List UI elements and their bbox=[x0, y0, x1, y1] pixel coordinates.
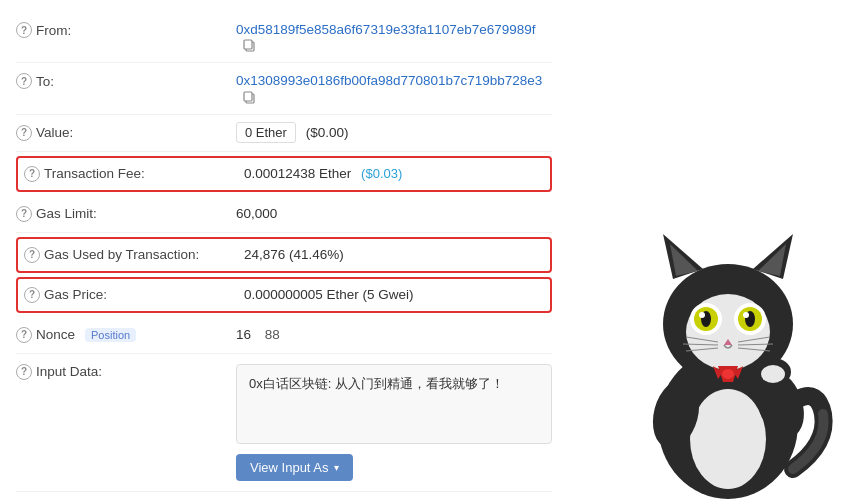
input-data-box: 0x白话区块链: 从入门到精通，看我就够了！ bbox=[236, 364, 552, 444]
svg-rect-1 bbox=[244, 40, 252, 49]
value-usd: ($0.00) bbox=[306, 125, 349, 140]
fee-usd: ($0.03) bbox=[361, 166, 402, 181]
transaction-fee-row: ? Transaction Fee: 0.00012438 Ether ($0.… bbox=[16, 156, 552, 192]
to-help-icon[interactable]: ? bbox=[16, 73, 32, 89]
value-amount: 0 Ether ($0.00) bbox=[236, 125, 552, 140]
nonce-row: ? Nonce Position 16 88 bbox=[16, 317, 552, 354]
svg-point-19 bbox=[743, 312, 749, 318]
input-data-row: ? Input Data: 0x白话区块链: 从入门到精通，看我就够了！ Vie… bbox=[16, 354, 552, 492]
nonce-label-text: Nonce bbox=[36, 327, 75, 342]
svg-point-5 bbox=[690, 389, 766, 489]
gas-used-value: 24,876 (41.46%) bbox=[244, 247, 544, 262]
to-address[interactable]: 0x1308993e0186fb00fa98d770801b7c719bb728… bbox=[236, 73, 542, 88]
fee-value: 0.00012438 Ether ($0.03) bbox=[244, 166, 544, 181]
input-data-content: 0x白话区块链: 从入门到精通，看我就够了！ View Input As ▾ bbox=[236, 364, 552, 481]
svg-point-34 bbox=[722, 369, 734, 379]
fee-label-text: Transaction Fee: bbox=[44, 166, 145, 181]
gas-used-label-text: Gas Used by Transaction: bbox=[44, 247, 199, 262]
gas-price-label-text: Gas Price: bbox=[44, 287, 107, 302]
to-row: ? To: 0x1308993e0186fb00fa98d770801b7c71… bbox=[16, 63, 552, 114]
input-data-label-text: Input Data: bbox=[36, 364, 102, 379]
from-value: 0xd58189f5e858a6f67319e33fa1107eb7e67998… bbox=[236, 22, 552, 52]
to-value: 0x1308993e0186fb00fa98d770801b7c719bb728… bbox=[236, 73, 552, 103]
left-panel: ? From: 0xd58189f5e858a6f67319e33fa1107e… bbox=[0, 0, 568, 500]
view-input-button[interactable]: View Input As ▾ bbox=[236, 454, 353, 481]
gas-used-row: ? Gas Used by Transaction: 24,876 (41.46… bbox=[16, 237, 552, 273]
nonce-label: ? Nonce Position bbox=[16, 327, 236, 343]
chevron-down-icon: ▾ bbox=[334, 462, 339, 473]
gas-used-label: ? Gas Used by Transaction: bbox=[24, 247, 244, 263]
to-label: ? To: bbox=[16, 73, 236, 89]
value-help-icon[interactable]: ? bbox=[16, 125, 32, 141]
gas-price-label: ? Gas Price: bbox=[24, 287, 244, 303]
value-label: ? Value: bbox=[16, 125, 236, 141]
nonce-number: 16 bbox=[236, 327, 251, 342]
gas-limit-value: 60,000 bbox=[236, 206, 552, 221]
value-row: ? Value: 0 Ether ($0.00) bbox=[16, 115, 552, 152]
gas-limit-label-text: Gas Limit: bbox=[36, 206, 97, 221]
nonce-value: 16 88 bbox=[236, 327, 552, 342]
right-panel bbox=[568, 0, 848, 500]
to-copy-icon[interactable] bbox=[242, 90, 256, 104]
nonce-88: 88 bbox=[265, 327, 280, 342]
nonce-help-icon[interactable]: ? bbox=[16, 327, 32, 343]
gas-limit-row: ? Gas Limit: 60,000 bbox=[16, 196, 552, 233]
cat-image bbox=[618, 204, 838, 500]
fee-ether: 0.00012438 Ether bbox=[244, 166, 351, 181]
input-data-label: ? Input Data: bbox=[16, 364, 236, 380]
view-input-label: View Input As bbox=[250, 460, 329, 475]
svg-point-29 bbox=[761, 365, 785, 383]
from-label-text: From: bbox=[36, 23, 71, 38]
fee-label: ? Transaction Fee: bbox=[24, 166, 244, 182]
to-label-text: To: bbox=[36, 74, 54, 89]
input-data-help-icon[interactable]: ? bbox=[16, 364, 32, 380]
value-label-text: Value: bbox=[36, 125, 73, 140]
gas-limit-help-icon[interactable]: ? bbox=[16, 206, 32, 222]
svg-point-18 bbox=[699, 312, 705, 318]
fee-help-icon[interactable]: ? bbox=[24, 166, 40, 182]
from-row: ? From: 0xd58189f5e858a6f67319e33fa1107e… bbox=[16, 12, 552, 63]
gas-price-help-icon[interactable]: ? bbox=[24, 287, 40, 303]
gas-used-help-icon[interactable]: ? bbox=[24, 247, 40, 263]
from-copy-icon[interactable] bbox=[242, 38, 256, 52]
svg-rect-3 bbox=[244, 92, 252, 101]
gas-price-row: ? Gas Price: 0.000000005 Ether (5 Gwei) bbox=[16, 277, 552, 313]
from-address[interactable]: 0xd58189f5e858a6f67319e33fa1107eb7e67998… bbox=[236, 22, 536, 37]
value-ether: 0 Ether bbox=[236, 122, 296, 143]
gas-price-value: 0.000000005 Ether (5 Gwei) bbox=[244, 287, 544, 302]
from-help-icon[interactable]: ? bbox=[16, 22, 32, 38]
from-label: ? From: bbox=[16, 22, 236, 38]
nonce-position-badge: Position bbox=[85, 328, 136, 342]
gas-limit-label: ? Gas Limit: bbox=[16, 206, 236, 222]
main-container: ? From: 0xd58189f5e858a6f67319e33fa1107e… bbox=[0, 0, 848, 500]
